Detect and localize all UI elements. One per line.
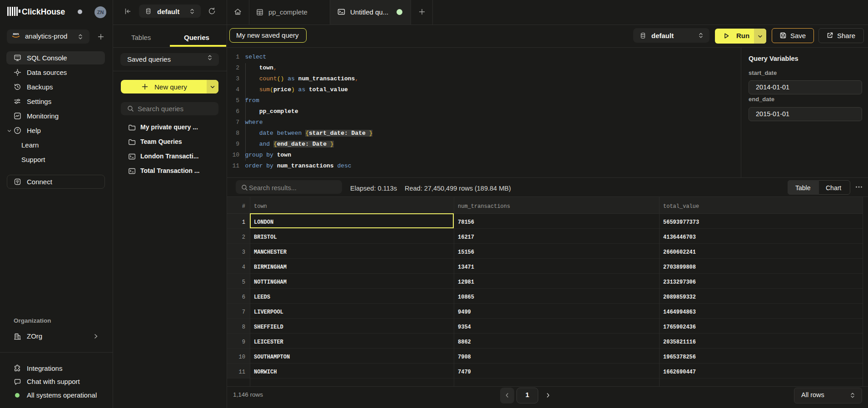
svg-text:?: ? [16,128,19,133]
